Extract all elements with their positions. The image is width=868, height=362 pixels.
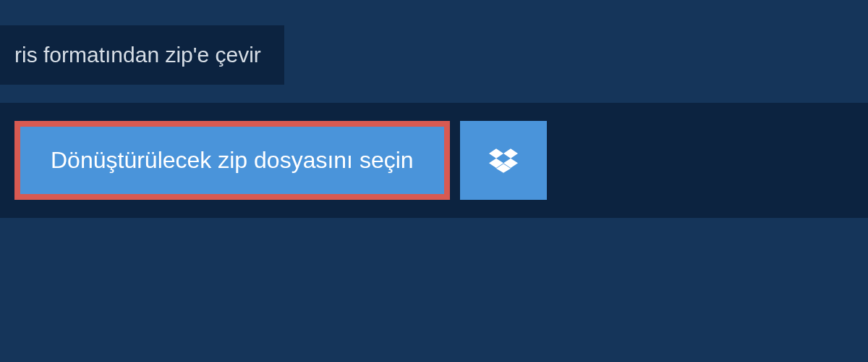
dropbox-button[interactable] (460, 121, 547, 200)
upload-panel: Dönüştürülecek zip dosyasını seçin (0, 103, 868, 218)
button-row: Dönüştürülecek zip dosyasını seçin (14, 121, 854, 200)
select-file-button[interactable]: Dönüştürülecek zip dosyasını seçin (14, 121, 450, 200)
select-file-label: Dönüştürülecek zip dosyasını seçin (51, 147, 414, 174)
page-title: ris formatından zip'e çevir (14, 43, 261, 67)
page-title-tab: ris formatından zip'e çevir (0, 25, 284, 85)
dropbox-icon (489, 146, 518, 175)
